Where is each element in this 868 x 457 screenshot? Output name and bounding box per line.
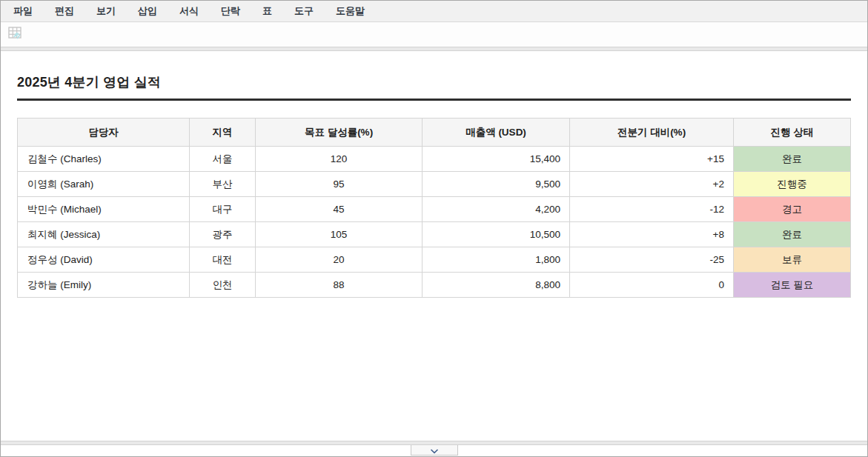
cell-qoq: +2 bbox=[570, 172, 734, 197]
chevron-down-icon bbox=[430, 444, 439, 457]
cell-revenue: 15,400 bbox=[423, 147, 570, 172]
menu-item-edit[interactable]: 편집 bbox=[44, 1, 85, 21]
cell-region: 대전 bbox=[190, 247, 256, 273]
cell-owner: 최지혜 (Jessica) bbox=[18, 222, 190, 247]
menu-item-insert[interactable]: 삽입 bbox=[127, 1, 168, 21]
panel-bottom-edge bbox=[1, 441, 867, 445]
cell-region: 대구 bbox=[190, 197, 256, 222]
cell-achievement: 105 bbox=[256, 222, 423, 247]
cell-achievement: 120 bbox=[256, 147, 423, 172]
cell-region: 인천 bbox=[190, 273, 256, 298]
insert-table-button[interactable] bbox=[7, 27, 23, 43]
cell-qoq: 0 bbox=[570, 273, 734, 298]
menu-item-paragraph[interactable]: 단락 bbox=[210, 1, 251, 21]
table-row: 정우성 (David) 대전 20 1,800 -25 보류 bbox=[18, 247, 851, 273]
cell-revenue: 1,800 bbox=[423, 247, 570, 273]
document-page: 2025년 4분기 영업 실적 담당자 지역 목표 달성률(%) 매출액 (US… bbox=[1, 51, 867, 441]
menu-item-tools[interactable]: 도구 bbox=[283, 1, 325, 21]
app-window: 파일 편집 보기 삽입 서식 단락 표 도구 도움말 20 bbox=[0, 0, 868, 457]
cell-owner: 정우성 (David) bbox=[18, 247, 190, 273]
column-header-achievement: 목표 달성률(%) bbox=[256, 119, 423, 147]
cell-achievement: 88 bbox=[256, 273, 423, 298]
cell-owner: 박민수 (Michael) bbox=[18, 197, 190, 222]
cell-achievement: 20 bbox=[256, 247, 423, 273]
cell-status status-badge: 완료 bbox=[734, 222, 851, 247]
cell-qoq: +15 bbox=[570, 147, 734, 172]
cell-qoq: -25 bbox=[570, 247, 734, 273]
table-body: 김철수 (Charles) 서울 120 15,400 +15 완료 이영희 (… bbox=[18, 147, 851, 298]
table-row: 이영희 (Sarah) 부산 95 9,500 +2 진행중 bbox=[18, 172, 851, 197]
cell-status status-badge: 검토 필요 bbox=[734, 273, 851, 298]
menu-bar: 파일 편집 보기 삽입 서식 단락 표 도구 도움말 bbox=[1, 1, 867, 22]
cell-owner: 강하늘 (Emily) bbox=[18, 273, 190, 298]
menu-item-format[interactable]: 서식 bbox=[168, 1, 210, 21]
cell-qoq: +8 bbox=[570, 222, 734, 247]
table-icon bbox=[8, 27, 22, 42]
cell-owner: 김철수 (Charles) bbox=[18, 147, 190, 172]
table-row: 김철수 (Charles) 서울 120 15,400 +15 완료 bbox=[18, 147, 851, 172]
cell-status status-badge: 경고 bbox=[734, 197, 851, 222]
table-header-row: 담당자 지역 목표 달성률(%) 매출액 (USD) 전분기 대비(%) 진행 … bbox=[18, 119, 851, 147]
menu-item-help[interactable]: 도움말 bbox=[325, 1, 376, 21]
column-header-qoq: 전분기 대비(%) bbox=[570, 119, 734, 147]
cell-status status-badge: 진행중 bbox=[734, 172, 851, 197]
sales-report-table: 담당자 지역 목표 달성률(%) 매출액 (USD) 전분기 대비(%) 진행 … bbox=[17, 118, 851, 298]
cell-region: 부산 bbox=[190, 172, 256, 197]
collapse-panel-button[interactable] bbox=[411, 445, 458, 456]
cell-region: 서울 bbox=[190, 147, 256, 172]
cell-revenue: 8,800 bbox=[423, 273, 570, 298]
cell-achievement: 95 bbox=[256, 172, 423, 197]
cell-owner: 이영희 (Sarah) bbox=[18, 172, 190, 197]
panel-top-edge bbox=[1, 47, 867, 51]
column-header-owner: 담당자 bbox=[18, 119, 190, 147]
cell-achievement: 45 bbox=[256, 197, 423, 222]
cell-qoq: -12 bbox=[570, 197, 734, 222]
cell-revenue: 10,500 bbox=[423, 222, 570, 247]
page-title: 2025년 4분기 영업 실적 bbox=[17, 73, 851, 101]
table-row: 박민수 (Michael) 대구 45 4,200 -12 경고 bbox=[18, 197, 851, 222]
menu-item-view[interactable]: 보기 bbox=[85, 1, 127, 21]
column-header-region: 지역 bbox=[190, 119, 256, 147]
cell-revenue: 4,200 bbox=[423, 197, 570, 222]
menu-item-file[interactable]: 파일 bbox=[2, 1, 44, 21]
cell-status status-badge: 완료 bbox=[734, 147, 851, 172]
column-header-revenue: 매출액 (USD) bbox=[423, 119, 570, 147]
cell-status status-badge: 보류 bbox=[734, 247, 851, 273]
table-row: 강하늘 (Emily) 인천 88 8,800 0 검토 필요 bbox=[18, 273, 851, 298]
cell-region: 광주 bbox=[190, 222, 256, 247]
column-header-status: 진행 상태 bbox=[734, 119, 851, 147]
cell-revenue: 9,500 bbox=[423, 172, 570, 197]
table-header: 담당자 지역 목표 달성률(%) 매출액 (USD) 전분기 대비(%) 진행 … bbox=[18, 119, 851, 147]
menu-item-table[interactable]: 표 bbox=[251, 1, 283, 21]
toolbar bbox=[1, 22, 867, 47]
table-row: 최지혜 (Jessica) 광주 105 10,500 +8 완료 bbox=[18, 222, 851, 247]
